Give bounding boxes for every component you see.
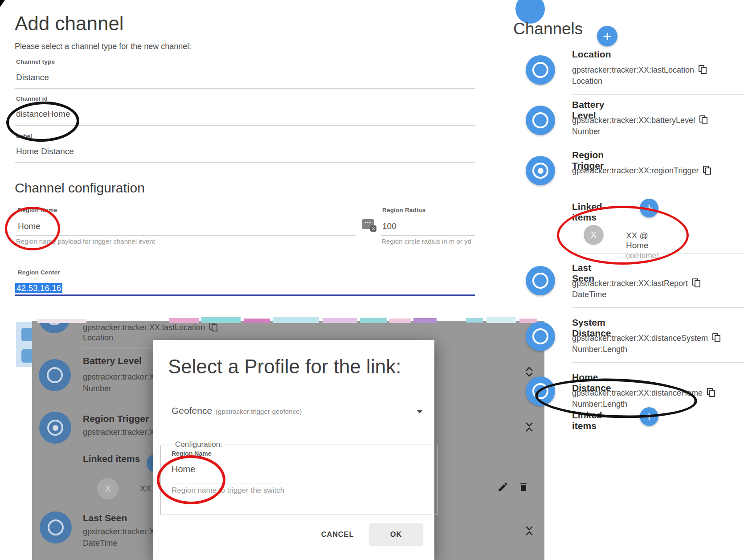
collapse-row-icon[interactable] <box>525 422 534 432</box>
channels-heading: Channels <box>513 20 583 38</box>
channel-code: gpstracker:tracker:XX:batteryLevel <box>572 115 707 125</box>
region-center-input[interactable]: 42.53,16.16 <box>15 283 62 293</box>
battery-channel-type: Number <box>83 384 111 393</box>
autofill-extension-icon[interactable]: ••• 3 <box>362 219 374 229</box>
dialog-region-name-input[interactable]: Home <box>172 464 195 474</box>
battery-channel-icon <box>526 106 555 135</box>
map-fragment <box>486 317 516 323</box>
expand-row-icon[interactable] <box>525 367 534 377</box>
focus-underline <box>15 294 475 296</box>
divider <box>16 235 356 236</box>
copy-icon[interactable] <box>692 278 700 287</box>
linked-item-label[interactable]: XX @ Home (xxHome) <box>626 231 659 260</box>
location-channel-type: Location <box>83 333 113 343</box>
page-subtitle: Please select a channel type for the new… <box>15 42 191 51</box>
region-radius-label: Region Radius <box>382 207 425 213</box>
corner-artifact <box>0 0 5 7</box>
region-name-label: Region Name <box>18 207 57 213</box>
divider <box>172 423 422 423</box>
channel-code: gpstracker:tracker:XX:distanceHome <box>572 388 715 398</box>
region-trigger-title: Region Trigger <box>83 413 149 424</box>
channel-id-field[interactable]: distanceHome <box>16 109 70 119</box>
profile-selected-value: Geofence <box>172 405 212 416</box>
ok-button[interactable]: OK <box>370 523 422 545</box>
divider <box>572 362 744 363</box>
divider <box>572 94 744 95</box>
divider <box>572 253 744 253</box>
linked-items-label: Linked items <box>572 410 602 431</box>
channel-code: gpstracker:tracker:XX:regionTrigger <box>572 166 711 176</box>
battery-channel-icon <box>39 359 71 391</box>
divider <box>15 125 475 126</box>
copy-icon[interactable] <box>699 115 707 124</box>
divider <box>172 483 281 483</box>
collapse-row-icon[interactable] <box>525 526 534 536</box>
cancel-button[interactable]: CANCEL <box>312 525 363 544</box>
copy-icon[interactable] <box>699 65 706 74</box>
copy-icon[interactable] <box>707 388 715 397</box>
profile-dialog: Select a Profile for the link: Geofence(… <box>153 340 434 560</box>
last-seen-title: Last Seen <box>83 513 127 523</box>
last-seen-channel-icon <box>40 511 72 544</box>
region-radius-input[interactable]: 100 <box>382 221 397 231</box>
dots-icon: ••• <box>362 220 374 225</box>
region-trigger-channel-icon <box>526 156 555 185</box>
last-seen-type: DateTime <box>83 539 117 548</box>
divider <box>433 505 544 505</box>
linked-item-avatar: X <box>97 478 119 499</box>
battery-channel-title: Battery Level <box>83 356 142 366</box>
configuration-fieldset: Configuration: Region Name Home Region n… <box>160 440 438 515</box>
last-seen-code: gpstracker:tracker:X <box>83 527 155 536</box>
channel-type: Number:Length <box>572 345 627 354</box>
map-fragment <box>466 318 483 323</box>
divider <box>15 162 475 163</box>
autofill-badge-count: 3 <box>370 225 376 232</box>
copy-icon[interactable] <box>703 166 711 175</box>
region-name-helper: Region name payload for trigger channel … <box>16 237 155 245</box>
map-zoom-in-button[interactable] <box>21 328 33 341</box>
channel-type: Location <box>572 77 602 86</box>
location-channel-code: gpstracker:tracker:XX:lastLocation <box>83 323 217 332</box>
divider <box>15 88 475 89</box>
map-fragment <box>360 318 387 323</box>
divider <box>381 235 475 236</box>
delete-icon[interactable] <box>518 481 529 495</box>
add-link-button[interactable]: + <box>640 199 658 217</box>
dialog-region-name-helper: Region name to trigger the switch <box>172 486 284 495</box>
map-fragment <box>37 319 86 323</box>
map-fragment <box>389 319 411 323</box>
channel-type: DateTime <box>572 290 606 299</box>
profile-selected-detail: (gpstracker:trigger-geofence) <box>216 408 302 415</box>
region-center-label: Region Center <box>18 269 60 276</box>
copy-icon[interactable] <box>209 323 217 331</box>
channel-title: Location <box>572 49 611 60</box>
map-zoom-out-button[interactable] <box>21 349 33 363</box>
page-title: Add channel <box>15 12 124 35</box>
copy-icon[interactable] <box>712 333 720 342</box>
region-name-input[interactable]: Home <box>18 221 41 231</box>
map-fragment <box>201 317 241 323</box>
annotation-ellipse-black-home-distance <box>535 376 698 421</box>
label-field[interactable]: Home Distance <box>16 147 74 156</box>
map-widget-fragment <box>16 322 33 367</box>
channel-code: gpstracker:tracker:XX:lastLocation <box>572 65 706 75</box>
linked-item-name: (xxHome) <box>626 251 659 260</box>
add-link-button[interactable]: + <box>640 407 658 426</box>
edit-icon[interactable] <box>497 481 509 495</box>
region-radius-helper: Region circle radius in m or yd <box>381 237 471 245</box>
map-fragment <box>273 317 319 323</box>
chevron-down-icon[interactable] <box>417 410 423 413</box>
config-heading: Channel configuration <box>15 180 145 196</box>
add-channel-button[interactable]: + <box>597 26 617 46</box>
map-fragment <box>169 318 199 323</box>
linked-item-avatar: X <box>584 225 604 245</box>
dialog-title: Select a Profile for the link: <box>168 356 401 378</box>
selected-text: 42.53,16.16 <box>15 283 62 293</box>
profile-select[interactable]: Geofence(gpstracker:trigger-geofence) <box>172 405 302 416</box>
channel-code: gpstracker:tracker:XX:lastReport <box>572 278 700 288</box>
linked-items-label: Linked items <box>83 454 140 464</box>
channel-code: gpstracker:tracker:XX:distanceSystem <box>572 333 720 343</box>
location-channel-icon <box>526 55 555 85</box>
channel-type-field[interactable]: Distance <box>16 73 49 82</box>
map-fragment <box>244 319 270 323</box>
